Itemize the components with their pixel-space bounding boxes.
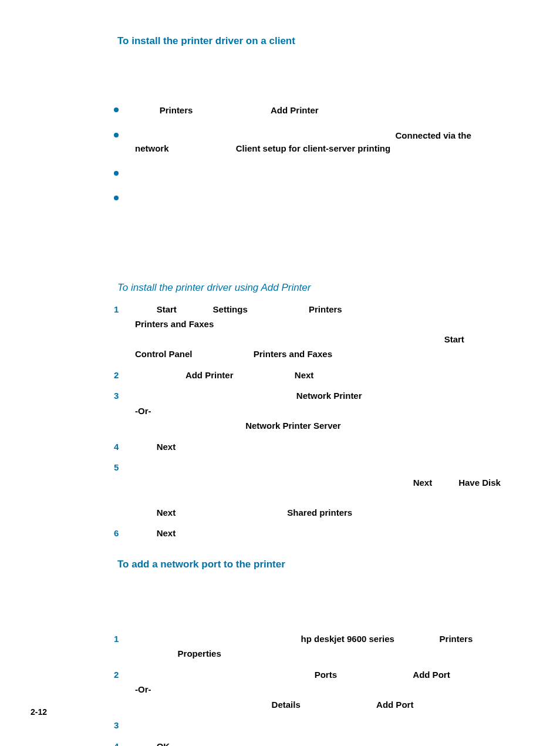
list-item: 1 Click Start, point to Settings, and th…: [114, 302, 507, 362]
numbered-list: 1 Click Start, point to Settings, and th…: [114, 302, 507, 541]
or-separator: -Or-: [135, 684, 151, 694]
step-number: 6: [114, 526, 131, 541]
subheading-add-printer: To install the printer driver using Add …: [117, 282, 507, 294]
list-item: Open a file that has been set up with th…: [114, 192, 507, 206]
or-separator: -Or-: [135, 406, 151, 416]
heading-install-client: To install the printer driver on a clien…: [117, 35, 507, 47]
document-page: To install the printer driver on a clien…: [0, 0, 560, 717]
step-number: 1: [114, 302, 131, 317]
bullet-icon: [114, 107, 119, 112]
list-item: 6 Click Next and follow the onscreen ins…: [114, 526, 507, 541]
list-item: 3 Select the new network port and finish…: [114, 718, 507, 733]
step-number: 4: [114, 739, 131, 747]
page-number: 2-12: [31, 707, 47, 717]
bullet-list: In the Printers folder, double-click Add…: [114, 104, 507, 206]
bullet-icon: [114, 171, 119, 176]
step-number: 2: [114, 368, 131, 383]
list-item: 1 From the Windows desktop, right-click …: [114, 631, 507, 661]
step-number: 2: [114, 667, 131, 683]
step-number: 3: [114, 388, 131, 404]
list-item: If you are installing the printer softwa…: [114, 129, 507, 156]
step-number: 4: [114, 439, 131, 455]
list-item: 4 Click Next.: [114, 439, 507, 455]
list-item: 5 Do one of the following: Type in the n…: [114, 460, 507, 520]
bullet-icon: [114, 133, 119, 137]
list-item: In the Printers folder, double-click Add…: [114, 104, 507, 117]
step-number: 1: [114, 631, 131, 647]
list-item: 2 Double-click Add Printer, and then cli…: [114, 368, 507, 383]
list-item: 4 Click OK.: [114, 739, 507, 747]
intro-text: If you have already installed the printe…: [117, 588, 507, 608]
step-number: 3: [114, 718, 131, 733]
step-number: 5: [114, 460, 131, 475]
intro-text: Once the server has been set up to share…: [117, 65, 507, 75]
heading-network-port: To add a network port to the printer: [117, 559, 507, 570]
list-item: 2 For Windows NT 4.0, 2000, and XP: Clic…: [114, 667, 507, 713]
numbered-list: 1 From the Windows desktop, right-click …: [114, 631, 507, 747]
list-item: 3 For Windows 98, Me, 2000, or XP, selec…: [114, 388, 507, 434]
list-item: Connect to a network printer that has al…: [114, 167, 507, 181]
bullet-icon: [114, 196, 119, 200]
